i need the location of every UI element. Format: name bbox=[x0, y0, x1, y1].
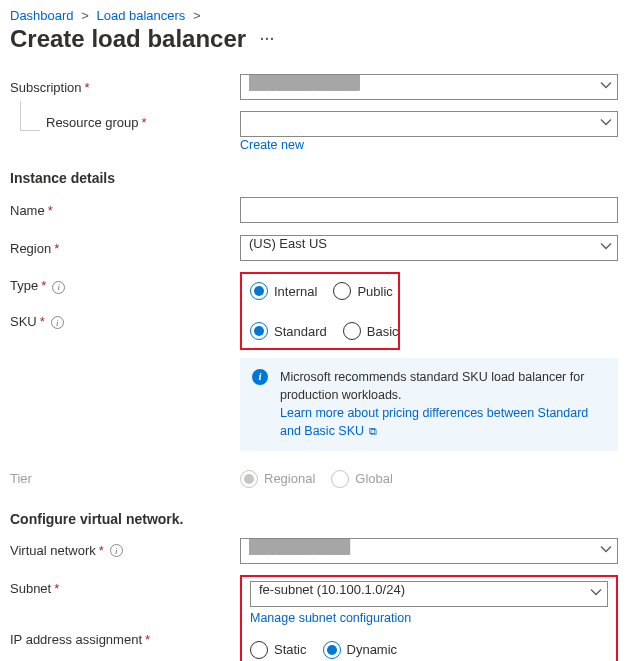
resource-group-label: Resource group* bbox=[10, 111, 240, 141]
sku-label: SKU*i bbox=[10, 314, 64, 330]
info-icon[interactable]: i bbox=[52, 281, 65, 294]
external-link-icon: ⧉ bbox=[366, 425, 377, 437]
subscription-label: Subscription* bbox=[10, 80, 240, 95]
subnet-label: Subnet* bbox=[10, 581, 59, 596]
resource-group-select[interactable] bbox=[240, 111, 618, 137]
instance-details-heading: Instance details bbox=[10, 170, 618, 186]
ip-dynamic-radio[interactable]: Dynamic bbox=[323, 641, 398, 659]
type-label: Type*i bbox=[10, 278, 65, 294]
info-icon: i bbox=[252, 369, 268, 385]
info-icon[interactable]: i bbox=[51, 316, 64, 329]
tier-regional-radio: Regional bbox=[240, 470, 315, 488]
breadcrumb-loadbalancers[interactable]: Load balancers bbox=[96, 8, 185, 23]
create-new-rg-link[interactable]: Create new bbox=[240, 138, 304, 152]
subscription-select[interactable]: ████████████ bbox=[240, 74, 618, 100]
type-internal-radio[interactable]: Internal bbox=[250, 282, 317, 300]
manage-subnet-link[interactable]: Manage subnet configuration bbox=[250, 611, 608, 625]
more-icon[interactable]: ··· bbox=[260, 31, 275, 47]
region-select[interactable]: (US) East US bbox=[240, 235, 618, 261]
highlight-type-sku: Internal Public Standard Basic bbox=[240, 272, 400, 350]
ip-static-radio[interactable]: Static bbox=[250, 641, 307, 659]
ip-assign-label: IP address assignment* bbox=[10, 632, 150, 647]
type-public-radio[interactable]: Public bbox=[333, 282, 392, 300]
sku-pricing-link[interactable]: Learn more about pricing differences bet… bbox=[280, 406, 588, 438]
subnet-select[interactable]: fe-subnet (10.100.1.0/24) bbox=[250, 581, 608, 607]
info-icon[interactable]: i bbox=[110, 544, 123, 557]
sku-info-banner: i Microsoft recommends standard SKU load… bbox=[240, 358, 618, 451]
vnet-select[interactable]: ███████████ bbox=[240, 538, 618, 564]
breadcrumb-dashboard[interactable]: Dashboard bbox=[10, 8, 74, 23]
sku-standard-radio[interactable]: Standard bbox=[250, 322, 327, 340]
page-title: Create load balancer ··· bbox=[10, 25, 618, 53]
name-label: Name* bbox=[10, 203, 240, 218]
region-label: Region* bbox=[10, 241, 240, 256]
page-title-text: Create load balancer bbox=[10, 25, 246, 53]
highlight-subnet-ip: fe-subnet (10.100.1.0/24) Manage subnet … bbox=[240, 575, 618, 662]
vnet-label: Virtual network*i bbox=[10, 543, 240, 558]
name-input[interactable] bbox=[240, 197, 618, 223]
breadcrumb-sep: > bbox=[193, 8, 201, 23]
breadcrumb: Dashboard > Load balancers > bbox=[10, 8, 618, 23]
sku-basic-radio[interactable]: Basic bbox=[343, 322, 399, 340]
tier-label: Tier bbox=[10, 471, 240, 486]
tier-global-radio: Global bbox=[331, 470, 393, 488]
breadcrumb-sep: > bbox=[81, 8, 89, 23]
vnet-heading: Configure virtual network. bbox=[10, 511, 618, 527]
